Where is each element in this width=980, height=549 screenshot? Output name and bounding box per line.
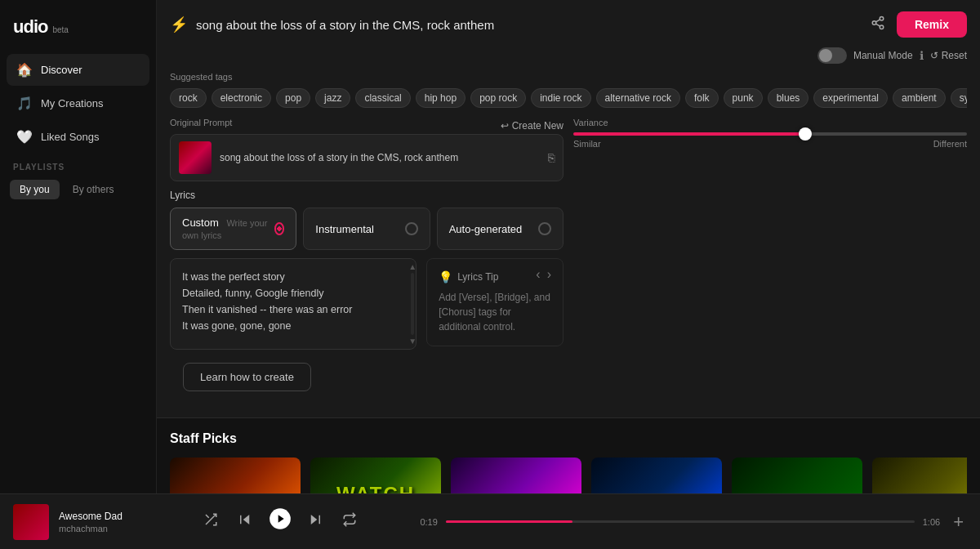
tag-pop-rock[interactable]: pop rock (470, 88, 526, 108)
manual-mode-label: Manual Mode (853, 50, 913, 61)
bolt-icon: ⚡ (170, 16, 188, 33)
sidebar: udio beta 🏠 Discover 🎵 My Creations 🤍 Li… (0, 0, 157, 493)
create-new-row: Original Prompt ↩ Create New (170, 118, 564, 134)
sidebar-nav: 🏠 Discover 🎵 My Creations 🤍 Liked Songs (0, 54, 156, 153)
lyrics-tip: 💡 Lyrics Tip ‹ › Add [Verse], [Bridge], … (426, 258, 564, 346)
original-prompt-col: Original Prompt ↩ Create New song about … (170, 118, 564, 350)
svg-point-1 (872, 20, 876, 25)
tag-hip-hop[interactable]: hip hop (416, 88, 466, 108)
heart-icon: 🤍 (16, 129, 33, 145)
playlist-tab-by-you[interactable]: By you (10, 180, 60, 199)
manual-mode-row: Manual Mode ℹ ↺ Reset (170, 47, 967, 64)
repeat-button[interactable] (339, 509, 360, 534)
lyrics-option-custom[interactable]: Custom Write your own lyrics (170, 208, 296, 250)
tag-punk[interactable]: punk (724, 88, 763, 108)
play-pause-button[interactable] (269, 507, 292, 536)
app-name: udio (13, 16, 47, 38)
create-prompt-text: song about the loss of a story in the CM… (196, 18, 494, 32)
variance-slider[interactable] (573, 132, 967, 136)
variance-labels: Similar Different (573, 139, 967, 149)
lyrics-scrollbar: ▲ ▼ (409, 259, 416, 349)
manual-mode-info-button[interactable]: ℹ (920, 49, 924, 62)
home-icon: 🏠 (16, 62, 33, 78)
tag-rock[interactable]: rock (170, 88, 207, 108)
tag-folk[interactable]: folk (685, 88, 719, 108)
next-button[interactable] (305, 509, 326, 534)
lyrics-label: Lyrics (170, 190, 564, 201)
tag-synth-pop[interactable]: synth-pop (951, 88, 967, 108)
instrumental-radio (405, 222, 418, 235)
tag-alternative-rock[interactable]: alternative rock (596, 88, 680, 108)
lyrics-tip-wrapper: 💡 Lyrics Tip ‹ › Add [Verse], [Bridge], … (426, 258, 564, 350)
lyrics-edit-row: It was the perfect story Detailed, funny… (170, 258, 564, 350)
create-panel: ⚡ song about the loss of a story in the … (157, 0, 980, 418)
lyrics-section: Lyrics Custom Write your own lyrics Ins (170, 190, 564, 350)
player-thumbnail (13, 504, 49, 540)
tip-next-button[interactable]: › (546, 267, 553, 282)
share-button[interactable] (867, 12, 889, 38)
svg-point-2 (880, 25, 884, 29)
staff-pick-card-4[interactable] (591, 458, 722, 493)
variance-col: Variance Similar Different (573, 118, 967, 350)
scroll-up-button[interactable]: ▲ (408, 262, 416, 271)
staff-pick-card-3[interactable] (451, 458, 581, 493)
progress-track[interactable] (446, 520, 915, 523)
player-artist: mchachman (59, 524, 140, 533)
shuffle-button[interactable] (200, 509, 221, 534)
player-title: Awesome Dad (59, 511, 140, 522)
svg-marker-11 (311, 515, 318, 524)
lyrics-tip-text: Add [Verse], [Bridge], and [Chorus] tags… (439, 290, 551, 334)
two-column-layout: Original Prompt ↩ Create New song about … (170, 118, 967, 350)
manual-mode-toggle[interactable] (817, 47, 847, 64)
sidebar-item-discover[interactable]: 🏠 Discover (7, 54, 149, 86)
learn-how-button[interactable]: Learn how to create (183, 363, 311, 391)
create-actions: Remix (867, 11, 967, 38)
reset-button[interactable]: ↺ Reset (930, 50, 967, 61)
prompt-thumbnail (179, 141, 212, 174)
tag-pop[interactable]: pop (276, 88, 310, 108)
bulb-icon: 💡 (439, 270, 452, 283)
tag-jazz[interactable]: jazz (315, 88, 350, 108)
sidebar-item-liked-songs[interactable]: 🤍 Liked Songs (7, 121, 149, 153)
tag-experimental[interactable]: experimental (813, 88, 888, 108)
tip-prev-button[interactable]: ‹ (534, 267, 541, 282)
staff-pick-card-5[interactable] (732, 458, 862, 493)
tag-ambient[interactable]: ambient (893, 88, 946, 108)
svg-line-4 (875, 19, 880, 21)
playlists-section-label: PLAYLISTS (0, 153, 156, 176)
playlist-tab-by-others[interactable]: By others (63, 180, 124, 199)
copy-prompt-button[interactable]: ⎘ (548, 151, 555, 164)
refresh-icon: ↩ (501, 120, 509, 132)
tag-indie-rock[interactable]: indie rock (531, 88, 590, 108)
lyrics-option-instrumental[interactable]: Instrumental (303, 208, 430, 250)
watch-text: WATCH (310, 458, 441, 493)
tag-electronic[interactable]: electronic (212, 88, 271, 108)
remix-button[interactable]: Remix (897, 11, 967, 38)
staff-pick-card-6[interactable] (872, 458, 967, 493)
lyrics-option-auto-generated[interactable]: Auto-generated (437, 208, 564, 250)
lyrics-textarea-wrapper: It was the perfect story Detailed, funny… (170, 258, 416, 350)
similar-label: Similar (573, 139, 601, 149)
custom-radio (274, 222, 285, 235)
lyrics-option-custom-label: Custom Write your own lyrics (182, 216, 274, 241)
prompt-card-text: song about the loss of a story in the CM… (220, 152, 540, 163)
add-to-playlist-button[interactable]: + (950, 508, 967, 536)
tags-section: Suggested tags rock electronic pop jazz … (170, 72, 967, 108)
player-progress: 0:19 1:06 (420, 517, 940, 527)
main-content: ⚡ song about the loss of a story in the … (157, 0, 980, 493)
sidebar-item-my-creations[interactable]: 🎵 My Creations (7, 87, 149, 119)
svg-point-0 (880, 16, 884, 20)
staff-pick-card-1[interactable] (170, 458, 301, 493)
tag-classical[interactable]: classical (355, 88, 410, 108)
prompt-card: song about the loss of a story in the CM… (170, 134, 564, 181)
player-info: Awesome Dad mchachman (59, 511, 140, 533)
lyrics-textarea[interactable]: It was the perfect story Detailed, funny… (171, 259, 416, 349)
scroll-track (411, 273, 414, 335)
original-prompt-label: Original Prompt (170, 118, 232, 127)
scroll-down-button[interactable]: ▼ (408, 337, 416, 346)
sidebar-item-my-creations-label: My Creations (41, 97, 104, 109)
tag-blues[interactable]: blues (768, 88, 809, 108)
staff-pick-card-2[interactable]: WATCH (310, 458, 441, 493)
create-new-button[interactable]: ↩ Create New (501, 120, 564, 132)
prev-button[interactable] (234, 509, 256, 534)
